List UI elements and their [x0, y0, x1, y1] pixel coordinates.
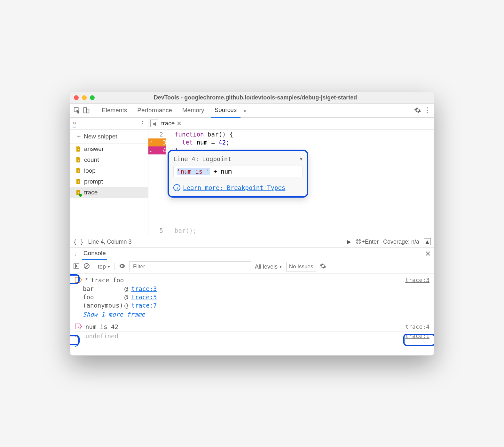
at-sign: @: [124, 294, 128, 301]
console-row-trace: ? ▼ trace foo trace:3: [75, 276, 429, 285]
stack-link[interactable]: trace:7: [131, 302, 157, 309]
snippet-file-icon: [75, 168, 82, 174]
snippet-item-loop[interactable]: loop: [70, 165, 148, 176]
drawer-menu-icon[interactable]: ⋮: [73, 251, 78, 257]
minimize-window-button[interactable]: [82, 95, 87, 100]
stack-fn: bar: [83, 285, 121, 292]
new-snippet-label: New snippet: [84, 133, 117, 140]
stack-frame: bar @ trace:3: [83, 285, 429, 293]
stack-frame: foo @ trace:5: [83, 293, 429, 301]
snippet-item-prompt[interactable]: prompt: [70, 176, 148, 187]
plus-icon: ＋: [76, 132, 82, 141]
svg-rect-1: [84, 108, 87, 113]
line-number[interactable]: 2: [148, 130, 166, 138]
logpoint-expression-input[interactable]: 'num is ' + num: [173, 166, 303, 177]
issues-button[interactable]: No Issues: [286, 262, 316, 271]
more-tabs-button[interactable]: »: [243, 107, 247, 114]
code-line: let num = 42;: [175, 138, 434, 146]
logpoint-badge-icon: ‥: [75, 323, 82, 330]
stack-link[interactable]: trace:3: [131, 285, 157, 292]
snippet-item-label: loop: [84, 167, 96, 174]
code-content[interactable]: function bar() { let num = 42; } bar(); …: [166, 130, 434, 236]
stack-trace: bar @ trace:3 foo @ trace:5 (anonymous) …: [75, 285, 429, 310]
devtools-window: DevTools - googlechrome.github.io/devtoo…: [70, 92, 434, 356]
toggle-sidebar-icon[interactable]: ▲: [424, 238, 431, 245]
snippet-item-label: prompt: [84, 178, 103, 185]
drawer-tabs: ⋮ Console ✕: [70, 247, 434, 260]
at-sign: @: [124, 285, 128, 292]
console-settings-icon[interactable]: [320, 263, 326, 271]
run-snippet-button[interactable]: ▶: [347, 238, 351, 245]
window-controls: [74, 95, 95, 100]
tab-elements[interactable]: Elements: [98, 104, 131, 117]
log-message: num is 42: [85, 323, 402, 330]
svg-text:?: ?: [77, 278, 80, 282]
settings-icon[interactable]: [414, 107, 421, 114]
snippet-item-count[interactable]: count: [70, 154, 148, 165]
close-window-button[interactable]: [74, 95, 79, 100]
dropdown-caret-icon[interactable]: ▼: [300, 156, 303, 161]
console-filter-input[interactable]: [130, 261, 251, 272]
tab-console[interactable]: Console: [82, 247, 107, 260]
new-snippet-button[interactable]: ＋ New snippet: [70, 130, 148, 144]
toggle-console-sidebar-icon[interactable]: [73, 263, 80, 271]
clear-console-icon[interactable]: [83, 263, 90, 271]
context-selector[interactable]: top ▼: [98, 263, 111, 270]
return-arrow-icon: <: [75, 333, 82, 340]
code-editor[interactable]: 2 ?3 ‥4 5 function bar() { let num = 42;…: [148, 130, 434, 236]
cursor-position: Line 4, Column 3: [88, 239, 132, 245]
toggle-navigator-icon[interactable]: ◀: [150, 120, 158, 127]
code-line: function bar() {: [175, 130, 434, 138]
sidebar-menu-icon[interactable]: ⋮: [139, 120, 146, 127]
at-sign: @: [124, 302, 128, 309]
console-prompt-row[interactable]: >: [75, 341, 429, 349]
logpoint-header: Line 4: Logpoint ▼: [173, 155, 303, 162]
stack-fn: (anonymous): [83, 302, 121, 309]
svg-rect-3: [74, 264, 79, 268]
stack-fn: foo: [83, 294, 121, 301]
prompt-caret-icon: >: [75, 341, 78, 349]
source-link[interactable]: trace:4: [405, 323, 429, 330]
separator: [410, 106, 410, 114]
pretty-print-icon[interactable]: { }: [73, 239, 84, 245]
line-number-bp-conditional[interactable]: ?3: [148, 138, 166, 146]
logpoint-popover: Line 4: Logpoint ▼ 'num is ' + num → Lea…: [168, 150, 308, 198]
svg-text:‥: ‥: [76, 324, 79, 329]
kebab-menu-icon[interactable]: ⋮: [424, 107, 431, 114]
snippet-file-icon: [75, 178, 82, 185]
line-number[interactable]: 5: [148, 227, 166, 235]
inspect-element-icon[interactable]: [73, 107, 80, 114]
trace-badge-icon: ?: [75, 277, 82, 283]
tab-sources[interactable]: Sources: [211, 103, 241, 118]
close-drawer-icon[interactable]: ✕: [425, 250, 431, 258]
titlebar: DevTools - googlechrome.github.io/devtoo…: [70, 92, 434, 104]
snippet-item-label: answer: [84, 145, 104, 153]
source-link[interactable]: trace:3: [405, 277, 429, 283]
close-tab-icon[interactable]: ✕: [177, 120, 182, 127]
show-more-frames[interactable]: Show 1 more frame: [75, 311, 429, 318]
breakpoint-type-dropdown[interactable]: Logpoint: [202, 155, 232, 162]
logpoint-expr-rest: + num: [210, 168, 232, 175]
log-levels-dropdown[interactable]: All levels ▼: [255, 263, 282, 270]
learn-more-label: Learn more: Breakpoint Types: [183, 184, 285, 191]
svg-point-5: [122, 265, 123, 267]
snippet-file-icon: [75, 146, 82, 152]
expand-caret-icon[interactable]: ▼: [85, 277, 88, 281]
learn-more-link[interactable]: → Learn more: Breakpoint Types: [173, 184, 303, 191]
tab-memory[interactable]: Memory: [178, 104, 208, 117]
snippet-item-answer[interactable]: answer: [70, 144, 148, 154]
source-link[interactable]: trace:1: [405, 333, 429, 339]
snippet-item-trace[interactable]: trace: [70, 187, 148, 198]
logpoint-line-label: Line 4:: [173, 155, 199, 162]
stack-link[interactable]: trace:5: [131, 294, 157, 301]
tab-performance[interactable]: Performance: [133, 104, 176, 117]
snippet-item-label: count: [84, 156, 99, 163]
device-toolbar-icon[interactable]: [83, 107, 90, 114]
sidebar-more-tabs[interactable]: »: [73, 119, 76, 128]
editor-tab-trace[interactable]: trace ✕: [161, 120, 182, 127]
maximize-window-button[interactable]: [90, 95, 95, 100]
return-value: undefined: [85, 333, 402, 340]
stack-frame: (anonymous) @ trace:7: [83, 301, 429, 310]
live-expression-icon[interactable]: [119, 263, 126, 271]
line-number-bp-logpoint[interactable]: ‥4: [148, 146, 166, 154]
